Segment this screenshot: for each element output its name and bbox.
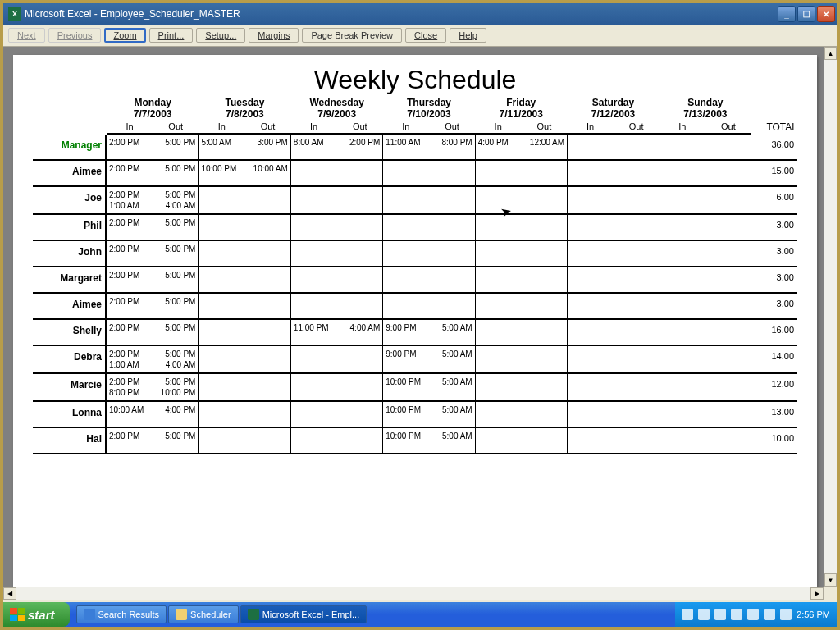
close-button[interactable]: ✕ [817,6,835,22]
day-header: Friday7/11/2003 [475,97,567,120]
schedule-cell: 10:00 PM5:00 AM [383,374,475,400]
employee-row: Lonna10:00 AM4:00 PM10:00 PM5:00 AM13.00 [33,402,797,428]
shift-entry: 5:00 AM3:00 PM [201,138,287,147]
employee-total: 13.00 [751,402,797,427]
system-tray[interactable]: 2:56 PM [675,602,837,627]
preview-area: Weekly Schedule Monday7/7/2003Tuesday7/8… [3,47,837,600]
employee-total: 10.00 [751,428,797,453]
employee-total: 6.00 [751,187,797,213]
schedule-cell [660,346,751,372]
employee-total: 3.00 [751,294,797,318]
vertical-scrollbar[interactable]: ▲ ▼ [824,47,837,587]
schedule-cell: 2:00 PM5:00 PM8:00 PM10:00 PM [107,374,199,400]
schedule-cell [383,215,475,240]
maximize-button[interactable]: ❐ [797,6,815,22]
schedule-cell: 4:00 PM12:00 AM [476,135,568,159]
schedule-cell [383,267,475,292]
schedule-cell [660,374,751,400]
employee-total: 12.00 [751,374,797,400]
tray-icon[interactable] [764,609,775,620]
scroll-right-icon[interactable]: ▶ [810,587,824,600]
schedule-cell [291,346,383,372]
scroll-left-icon[interactable]: ◀ [3,587,16,600]
day-header: Tuesday7/8/2003 [199,97,290,120]
schedule-cell [660,294,751,318]
print-button[interactable]: Print... [149,28,194,43]
previous-button[interactable]: Previous [48,28,102,43]
schedule-cell [660,320,751,345]
schedule-cell [199,320,290,345]
tray-icon[interactable] [731,609,742,620]
shift-entry: 8:00 PM10:00 PM [109,388,195,397]
shift-entry: 10:00 PM5:00 AM [386,377,472,386]
horizontal-scrollbar[interactable]: ◀ ▶ [3,587,824,600]
taskbar-item[interactable]: Search Results [76,605,167,623]
window-title: Microsoft Excel - Employee_Scheduler_MAS… [25,8,778,20]
shift-entry: 8:00 AM2:00 PM [294,138,380,147]
taskbar-item[interactable]: Scheduler [168,605,239,623]
window-titlebar: X Microsoft Excel - Employee_Scheduler_M… [3,3,837,25]
shift-entry: 11:00 AM8:00 PM [386,138,472,147]
excel-app-icon: X [8,7,21,21]
schedule-cell: 2:00 PM5:00 PM [107,294,199,318]
taskbar-item[interactable]: Microsoft Excel - Empl... [240,605,368,623]
schedule-cell: 8:00 AM2:00 PM [291,135,383,159]
minimize-button[interactable]: _ [778,6,796,22]
schedule-cell [660,428,751,453]
shift-entry: 10:00 PM5:00 AM [386,431,472,441]
employee-row: Phil2:00 PM5:00 PM3.00 [33,215,797,241]
scroll-up-icon[interactable]: ▲ [824,47,837,60]
employee-row: Manager2:00 PM5:00 PM5:00 AM3:00 PM8:00 … [33,135,797,161]
day-header: Wednesday7/9/2003 [291,97,383,120]
taskbar-item-label: Scheduler [190,609,231,619]
next-button[interactable]: Next [8,28,45,43]
tray-icon[interactable] [698,609,710,620]
schedule-cell: 2:00 PM5:00 PM [107,320,199,345]
schedule-cell: 11:00 PM4:00 AM [291,320,383,345]
schedule-cell: 2:00 PM5:00 PM1:00 AM4:00 AM [107,346,199,372]
employee-total: 36.00 [751,135,797,159]
tray-icon[interactable] [747,609,759,620]
start-button[interactable]: start [3,602,70,627]
employee-name: Joe [33,187,107,213]
zoom-button[interactable]: Zoom [104,28,145,43]
schedule-cell [568,187,660,213]
schedule-cell [199,267,290,292]
schedule-cell [568,161,660,185]
scroll-down-icon[interactable]: ▼ [824,573,837,587]
schedule-cell: 2:00 PM5:00 PM [107,215,199,240]
schedule-cell: 2:00 PM5:00 PM [107,267,199,292]
schedule-cell [199,187,290,213]
employee-row: Shelly2:00 PM5:00 PM11:00 PM4:00 AM9:00 … [33,320,797,346]
excel-icon [248,609,259,620]
shift-entry: 10:00 AM4:00 PM [109,405,195,414]
shift-entry: 2:00 PM5:00 PM [109,349,195,358]
employee-name: Margaret [33,267,107,292]
schedule-cell: 9:00 PM5:00 AM [383,320,475,345]
schedule-cell [476,187,568,213]
help-button[interactable]: Help [450,28,486,43]
schedule-cell [568,135,660,159]
schedule-cell [199,346,290,372]
shift-entry: 2:00 PM5:00 PM [109,271,195,280]
tray-icon[interactable] [682,609,693,620]
employee-total: 3.00 [751,267,797,292]
page-break-preview-button[interactable]: Page Break Preview [302,28,402,43]
tray-icon[interactable] [714,609,726,620]
shift-entry: 2:00 PM5:00 PM [109,218,195,227]
employee-total: 3.00 [751,215,797,240]
schedule-cell: 2:00 PM5:00 PM [107,161,199,185]
schedule-cell [476,346,568,372]
employee-total: 14.00 [751,346,797,372]
employee-total: 16.00 [751,320,797,345]
employee-name: Aimee [33,294,107,318]
margins-button[interactable]: Margins [249,28,299,43]
schedule-cell: 10:00 PM5:00 AM [383,402,475,427]
setup-button[interactable]: Setup... [196,28,245,43]
tray-icon[interactable] [780,609,792,620]
employee-name: Aimee [33,161,107,185]
schedule-cell [291,161,383,185]
schedule-cell [291,402,383,427]
schedule-cell [568,241,660,266]
close-preview-button[interactable]: Close [405,28,446,43]
